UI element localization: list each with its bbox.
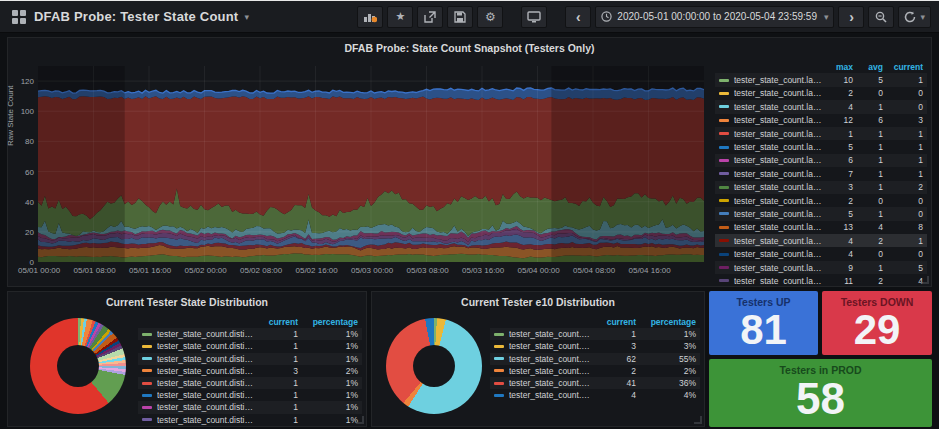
series-label[interactable]: tester_state_count.distinct (state: 01AL…	[157, 341, 254, 351]
series-color-swatch[interactable]	[719, 226, 729, 229]
main-chart-panel-title[interactable]: DFAB Probe: State Count Snapshot (Tester…	[8, 38, 931, 58]
series-color-swatch[interactable]	[719, 132, 729, 135]
legend-row[interactable]: tester_state_count.distinct (state: 02)1…	[138, 389, 362, 401]
legend-row[interactable]: tester_state_count.last (state: 03)711	[715, 167, 927, 180]
series-color-swatch[interactable]	[494, 369, 504, 372]
series-color-swatch[interactable]	[719, 239, 729, 242]
series-color-swatch[interactable]	[494, 382, 504, 385]
legend-row[interactable]: tester_state_count.sum (e10group: ENGR)1…	[490, 328, 700, 340]
legend-row[interactable]: tester_state_count.last (state: 02CC)611	[715, 154, 927, 167]
state-distribution-title[interactable]: Current Tester State Distribution	[8, 292, 366, 312]
series-color-swatch[interactable]	[494, 333, 504, 336]
legend-row[interactable]: tester_state_count.distinct (state: 01NS…	[138, 377, 362, 389]
legend-row[interactable]: tester_state_count.last (state: 02)511	[715, 140, 927, 153]
series-label[interactable]: tester_state_count.distinct (state: 01LY…	[157, 366, 254, 376]
legend-row[interactable]: tester_state_count.distinct (state: 02CC…	[138, 401, 362, 413]
series-color-swatch[interactable]	[719, 279, 729, 282]
series-label[interactable]: tester_state_count.sum (e10group: SDWN)	[509, 366, 592, 376]
testers-up-stat[interactable]: Testers UP 81	[709, 291, 818, 355]
testers-in-prod-stat[interactable]: Testers in PROD 58	[709, 359, 932, 427]
legend-row[interactable]: tester_state_count.last (state: 01NS)111	[715, 127, 927, 140]
tv-mode-button[interactable]	[521, 6, 547, 28]
series-color-swatch[interactable]	[142, 406, 152, 409]
refresh-button[interactable]: ▾	[898, 6, 931, 28]
series-color-swatch[interactable]	[142, 333, 152, 336]
series-color-swatch[interactable]	[719, 186, 729, 189]
legend-sort-header[interactable]: current	[254, 317, 298, 327]
series-color-swatch[interactable]	[719, 199, 729, 202]
series-label[interactable]: tester_state_count.distinct (state: 02CC…	[157, 402, 254, 412]
series-color-swatch[interactable]	[142, 394, 152, 397]
legend-row[interactable]: tester_state_count.distinct (state: 03)1…	[138, 414, 362, 426]
legend-row[interactable]: tester_state_count.last (state: 03AP)200	[715, 194, 927, 207]
series-label[interactable]: tester_state_count.sum (e10group: UDWN)	[509, 390, 592, 400]
series-label[interactable]: tester_state_count.sum (e10group: NSCH)	[509, 341, 592, 351]
series-color-swatch[interactable]	[494, 345, 504, 348]
series-label[interactable]: tester_state_count.last (state: 02CC)	[734, 155, 823, 165]
series-label[interactable]: tester_state_count.sum (e10group: PROD)	[509, 354, 592, 364]
series-label[interactable]: tester_state_count.distinct (state: 01NS…	[157, 378, 254, 388]
legend-row[interactable]: tester_state_count.last (state: 03A)312	[715, 181, 927, 194]
series-label[interactable]: tester_state_count.last (state: 02)	[734, 142, 823, 152]
series-color-swatch[interactable]	[719, 266, 729, 269]
series-color-swatch[interactable]	[719, 119, 729, 122]
legend-row[interactable]: tester_state_count.last (state: 01AL)200	[715, 87, 927, 100]
series-color-swatch[interactable]	[719, 146, 729, 149]
title-caret-icon[interactable]: ▾	[244, 12, 249, 22]
series-color-swatch[interactable]	[719, 105, 729, 108]
legend-sort-header[interactable]: current	[592, 317, 636, 327]
legend-row[interactable]: tester_state_count.distinct (state: 01LY…	[138, 365, 362, 377]
dashboard-grid-icon[interactable]	[12, 10, 26, 24]
series-label[interactable]: tester_state_count.last (state: 01)	[734, 75, 823, 85]
settings-button[interactable]: ⚙	[477, 6, 503, 28]
series-color-swatch[interactable]	[719, 92, 729, 95]
legend-sort-header[interactable]: percentage	[636, 317, 696, 327]
series-color-swatch[interactable]	[494, 394, 504, 397]
stacked-area-chart[interactable]	[38, 66, 704, 262]
series-label[interactable]: tester_state_count.sum (e10group: STBY)	[509, 378, 592, 388]
legend-row[interactable]: tester_state_count.last (state: 03R)421	[715, 234, 927, 247]
legend-sort-header[interactable]: current	[883, 62, 923, 72]
dashboard-title[interactable]: DFAB Probe: Tester State Count	[34, 9, 238, 24]
series-label[interactable]: tester_state_count.last (state: 01LY)	[734, 115, 823, 125]
series-label[interactable]: tester_state_count.distinct (state: 01HW…	[157, 354, 254, 364]
series-color-swatch[interactable]	[142, 357, 152, 360]
e10-distribution-title[interactable]: Current Tester e10 Distribution	[372, 292, 704, 312]
star-button[interactable]: ★	[387, 6, 413, 28]
main-chart-legend[interactable]: maxavgcurrenttester_state_count.last (st…	[715, 60, 927, 284]
series-label[interactable]: tester_state_count.last (state: 03DC)	[734, 209, 823, 219]
series-label[interactable]: tester_state_count.last (state: 01AL)	[734, 88, 823, 98]
series-label[interactable]: tester_state_count.last (state: 03OP)	[734, 263, 823, 273]
series-label[interactable]: tester_state_count.last (state: 03A)	[734, 182, 823, 192]
legend-row[interactable]: tester_state_count.distinct (state: 01HW…	[138, 353, 362, 365]
series-color-swatch[interactable]	[142, 345, 152, 348]
legend-row[interactable]: tester_state_count.last (state: 03OP)915	[715, 261, 927, 274]
series-label[interactable]: tester_state_count.last (state: 03DO)	[734, 249, 823, 259]
add-panel-button[interactable]	[357, 6, 383, 28]
series-color-swatch[interactable]	[494, 357, 504, 360]
series-color-swatch[interactable]	[719, 253, 729, 256]
legend-row[interactable]: tester_state_count.sum (e10group: PROD)6…	[490, 353, 700, 365]
legend-row[interactable]: tester_state_count.last (state: 03DO)400	[715, 247, 927, 260]
series-label[interactable]: tester_state_count.last (state: 03)	[734, 169, 823, 179]
series-label[interactable]: tester_state_count.last (state: 01HW)	[734, 102, 823, 112]
time-forward-button[interactable]: ›	[838, 6, 864, 28]
legend-row[interactable]: tester_state_count.last (state: 03DC)510	[715, 207, 927, 220]
legend-sort-header[interactable]: avg	[853, 62, 883, 72]
series-label[interactable]: tester_state_count.sum (e10group: ENGR)	[509, 329, 592, 339]
legend-row[interactable]: tester_state_count.last (state: 01HW)410	[715, 100, 927, 113]
legend-row[interactable]: tester_state_count.sum (e10group: UDWN)4…	[490, 389, 700, 401]
series-label[interactable]: tester_state_count.distinct (state: 01)	[157, 329, 254, 339]
state-distribution-legend[interactable]: currentpercentagetester_state_count.dist…	[138, 316, 362, 426]
legend-row[interactable]: tester_state_count.last (state: 01)1051	[715, 73, 927, 86]
series-label[interactable]: tester_state_count.last (state: 03R)	[734, 236, 823, 246]
series-label[interactable]: tester_state_count.last (state: 01NS)	[734, 129, 823, 139]
time-range-picker[interactable]: 2020-05-01 00:00:00 to 2020-05-04 23:59:…	[595, 6, 834, 28]
series-label[interactable]: tester_state_count.distinct (state: 03)	[157, 415, 254, 425]
series-color-swatch[interactable]	[719, 212, 729, 215]
legend-row[interactable]: tester_state_count.last (state: 03PC)112…	[715, 274, 927, 284]
series-color-swatch[interactable]	[142, 382, 152, 385]
legend-row[interactable]: tester_state_count.distinct (state: 01AL…	[138, 340, 362, 352]
series-label[interactable]: tester_state_count.last (state: 03AP)	[734, 196, 823, 206]
legend-row[interactable]: tester_state_count.sum (e10group: STBY)4…	[490, 377, 700, 389]
